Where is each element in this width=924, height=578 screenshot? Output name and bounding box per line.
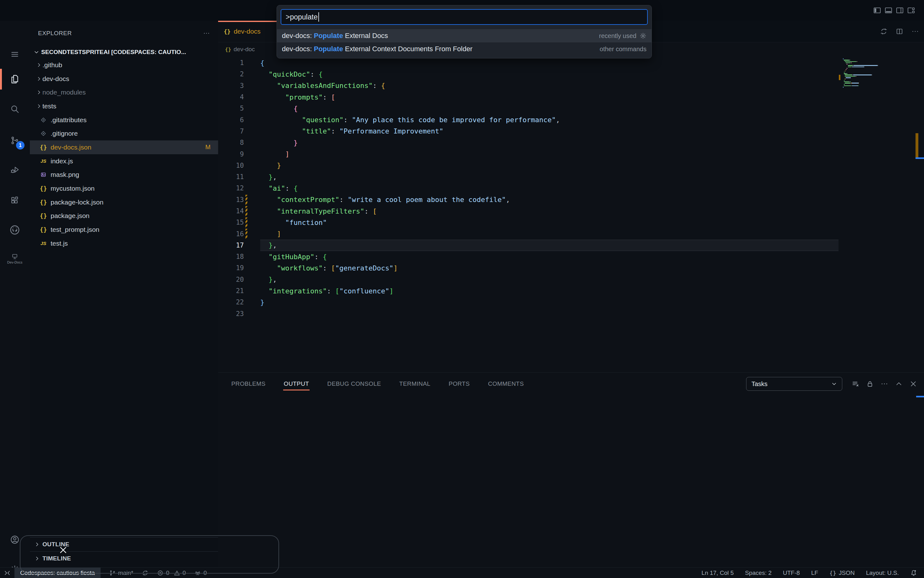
more-actions-icon[interactable] — [881, 380, 888, 388]
ellipsis-icon[interactable] — [911, 28, 919, 35]
tree-item-node_modules[interactable]: node_modules — [30, 86, 218, 99]
activity-item-search[interactable] — [0, 94, 29, 124]
tree-item-.github[interactable]: .github — [30, 58, 218, 72]
code-line-10[interactable]: 10 } — [218, 160, 924, 171]
status-notifications[interactable] — [910, 570, 917, 576]
code-line-15[interactable]: 15 "function" — [218, 217, 924, 228]
activity-item-extensions[interactable] — [0, 186, 29, 215]
status-remote-indicator[interactable]: Codespaces: cautious fiesta — [15, 568, 101, 578]
code-line-14[interactable]: 14 "internalTypeFilters": [ — [218, 205, 924, 217]
status-warnings[interactable]: 0 — [174, 570, 186, 576]
code-line-8[interactable]: 8 } — [218, 137, 924, 148]
code-editor[interactable]: 1{2 "quickDoc": {3 "variablesAndFunction… — [218, 57, 924, 320]
json-file-icon: {} — [39, 226, 48, 233]
panel-tab-ports[interactable]: PORTS — [448, 375, 470, 393]
code-line-4[interactable]: 4 "prompts": [ — [218, 91, 924, 103]
status-forwarded-ports[interactable]: 0 — [195, 570, 207, 576]
tree-item-test.js[interactable]: JStest.js — [30, 237, 218, 250]
workspace-root-row[interactable]: SECONDTESTSPRITEAI [CODESPACES: CAUTIO..… — [30, 46, 218, 58]
panel-tab-output[interactable]: OUTPUT — [283, 375, 310, 393]
section-timeline[interactable]: TIMELINE — [30, 551, 218, 565]
command-item[interactable]: dev-docs: Populate External Context Docu… — [277, 42, 652, 55]
tree-item-.gitattributes[interactable]: .gitattributes — [30, 113, 218, 127]
code-line-2[interactable]: 2 "quickDoc": { — [218, 68, 924, 80]
code-line-17[interactable]: 17 }, — [218, 240, 924, 251]
sync-changes-icon[interactable] — [880, 28, 888, 35]
activity-item-explorer[interactable] — [0, 64, 29, 94]
activity-item-dev-docs[interactable]: Dev-Docs — [0, 244, 29, 273]
line-number: 1 — [218, 59, 248, 67]
debug-icon — [10, 165, 20, 174]
code-line-12[interactable]: 12 "ai": { — [218, 182, 924, 194]
code-line-9[interactable]: 9 ] — [218, 148, 924, 159]
code-line-16[interactable]: 16 ] — [218, 228, 924, 239]
tree-item-package.json[interactable]: {}package.json — [30, 209, 218, 223]
code-line-3[interactable]: 3 "variablesAndFunctions": { — [218, 80, 924, 91]
clear-output-icon[interactable] — [852, 380, 859, 388]
code-line-19[interactable]: 19 "workflows": ["generateDocs"] — [218, 262, 924, 274]
code-line-1[interactable]: 1{ — [218, 57, 924, 68]
status-git-branch[interactable]: main* — [109, 570, 133, 576]
maximize-panel-icon[interactable] — [895, 380, 903, 388]
tree-item-index.js[interactable]: JSindex.js — [30, 154, 218, 168]
tree-item-dev-docs[interactable]: dev-docs — [30, 72, 218, 86]
tab-dev-docs-json[interactable]: {} dev-docs — [218, 21, 285, 42]
code-line-23[interactable]: 23 — [218, 308, 924, 320]
panel-tab-debug-console[interactable]: DEBUG CONSOLE — [327, 375, 382, 393]
explorer-more-actions-icon[interactable] — [203, 30, 210, 37]
chevron-down-icon — [831, 381, 837, 387]
panel-tab-problems[interactable]: PROBLEMS — [231, 375, 266, 393]
tree-item-.gitignore[interactable]: .gitignore — [30, 127, 218, 140]
code-line-7[interactable]: 7 "title": "Performance Improvement" — [218, 126, 924, 137]
status-encoding[interactable]: UTF-8 — [783, 570, 800, 576]
status-indentation[interactable]: Spaces: 2 — [745, 570, 772, 576]
toggle-panel-icon[interactable] — [884, 6, 893, 15]
code-line-13[interactable]: 13 "contextPrompt": "write a cool poem a… — [218, 194, 924, 205]
gear-icon[interactable] — [639, 32, 646, 39]
code-line-11[interactable]: 11 }, — [218, 171, 924, 182]
json-file-icon: {} — [39, 199, 48, 206]
tree-item-tests[interactable]: tests — [30, 99, 218, 113]
activity-item-run-and-debug[interactable] — [0, 155, 29, 184]
status-sync-changes[interactable] — [142, 570, 148, 576]
code-line-20[interactable]: 20 }, — [218, 274, 924, 285]
minimap[interactable] — [843, 58, 896, 89]
status-eol[interactable]: LF — [811, 570, 818, 576]
status-keyboard-layout[interactable]: Layout: U.S. — [866, 570, 899, 576]
warning-icon — [174, 570, 180, 576]
close-panel-icon[interactable] — [909, 380, 917, 388]
tree-item-package-lock.json[interactable]: {}package-lock.json — [30, 195, 218, 209]
activity-item-accounts[interactable] — [0, 525, 29, 554]
panel-tab-terminal[interactable]: TERMINAL — [399, 375, 431, 393]
toggle-primary-sidebar-icon[interactable] — [873, 6, 881, 15]
active-indicator — [0, 69, 2, 89]
status-errors[interactable]: 0 — [157, 570, 169, 576]
code-line-22[interactable]: 22} — [218, 297, 924, 308]
tree-item-mask.png[interactable]: mask.png — [30, 168, 218, 182]
lock-panel-icon[interactable] — [866, 380, 874, 388]
status-language-mode[interactable]: {}JSON — [830, 570, 854, 576]
activity-item-source-control[interactable]: 1 — [0, 126, 29, 155]
code-line-18[interactable]: 18 "gitHubApp": { — [218, 251, 924, 262]
sidebar-sections: OUTLINETIMELINE — [30, 537, 218, 565]
tree-item-test_prompt.json[interactable]: {}test_prompt.json — [30, 223, 218, 237]
split-icon[interactable] — [896, 28, 903, 35]
command-palette-input[interactable]: >populate — [281, 9, 648, 25]
output-channel-select[interactable]: Tasks — [746, 377, 842, 391]
js-file-icon: JS — [39, 158, 48, 164]
tree-item-mycustom.json[interactable]: {}mycustom.json — [30, 182, 218, 195]
code-line-21[interactable]: 21 "integrations": ["confluence"] — [218, 285, 924, 297]
tree-item-dev-docs.json[interactable]: {}dev-docs.jsonM — [30, 140, 218, 154]
status-cursor-position[interactable]: Ln 17, Col 5 — [701, 570, 734, 576]
line-number: 8 — [218, 139, 248, 146]
toggle-secondary-sidebar-icon[interactable] — [896, 6, 904, 15]
code-line-6[interactable]: 6 "question": "Any place this code be im… — [218, 114, 924, 125]
panel-tab-comments[interactable]: COMMENTS — [488, 375, 525, 393]
command-item[interactable]: dev-docs: Populate External Docsrecently… — [277, 29, 652, 42]
section-outline[interactable]: OUTLINE — [30, 537, 218, 551]
activity-item-github[interactable] — [0, 215, 29, 245]
remote-icon[interactable] — [0, 570, 15, 576]
customize-layout-icon[interactable] — [907, 6, 915, 15]
code-line-5[interactable]: 5 { — [218, 103, 924, 114]
overview-ruler-modified-marker — [916, 133, 918, 157]
